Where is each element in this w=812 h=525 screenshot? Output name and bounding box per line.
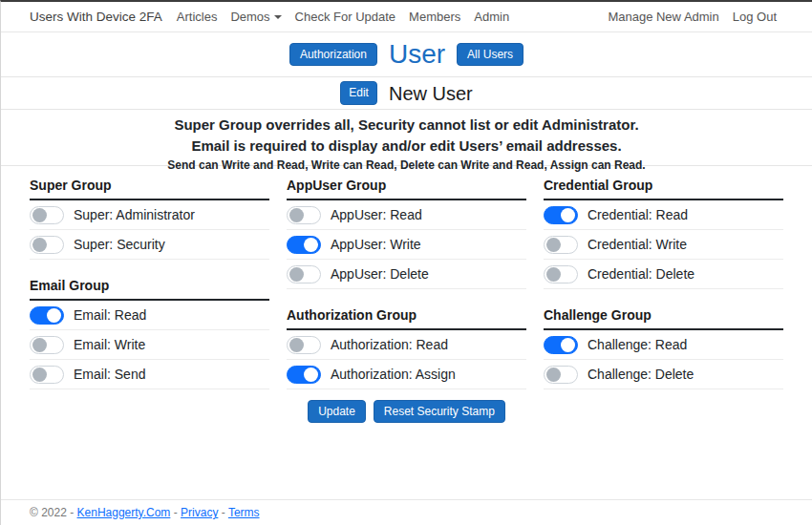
permission-label[interactable]: Credential: Write [588,237,687,252]
all-users-button[interactable]: All Users [457,43,524,66]
toggle-switch[interactable] [287,366,321,384]
permission-row: Challenge: Delete [544,360,783,389]
toggle-knob [32,338,47,352]
permission-label[interactable]: AppUser: Write [331,237,421,252]
toggle-knob [289,338,304,352]
nav-links: Articles Demos Check For Update Members … [170,10,516,24]
note-line-1: Super Group overrides all, Security cann… [1,116,812,133]
group-title: Authorization Group [287,303,526,330]
toggle-knob [561,338,575,352]
permission-label[interactable]: Challenge: Delete [588,367,694,382]
permission-column: AppUser GroupAppUser: ReadAppUser: Write… [287,173,526,389]
permission-label[interactable]: Email: Write [74,337,145,352]
permission-label[interactable]: Authorization: Read [331,337,448,352]
user-header-row: Authorization User All Users [1,32,812,76]
toggle-switch[interactable] [544,206,578,224]
toggle-knob [289,208,304,222]
footer-separator: - [222,506,225,519]
nav-link-demos[interactable]: Demos [224,10,288,24]
permission-group: Super GroupSuper: AdministratorSuper: Se… [30,173,269,260]
group-title: Super Group [30,173,269,200]
group-title: Email Group [30,273,269,301]
nav-right-links: Manage New Admin Log Out [601,10,783,24]
toggle-switch[interactable] [30,206,64,224]
page-title: User [389,41,445,68]
footer-link-terms[interactable]: Terms [228,506,260,519]
permission-row: Email: Send [30,360,269,389]
nav-link-admin[interactable]: Admin [467,10,516,24]
toggle-switch[interactable] [30,366,64,384]
toggle-knob [561,208,575,222]
toggle-switch[interactable] [544,366,578,384]
update-button[interactable]: Update [308,400,366,423]
permission-row: Super: Security [30,230,269,260]
permission-row: Credential: Write [544,230,783,260]
toggle-switch[interactable] [544,265,578,284]
copyright-text: © 2022 - [30,506,74,519]
toggle-switch[interactable] [287,236,321,254]
toggle-knob [289,267,304,282]
group-title: Challenge Group [544,303,783,330]
permission-row: Authorization: Assign [287,360,526,389]
group-title: AppUser Group [287,173,526,200]
toggle-knob [304,368,318,382]
toggle-knob [32,368,47,382]
permission-label[interactable]: Credential: Delete [588,266,694,282]
new-user-header-row: Edit New User [1,77,812,109]
permission-label[interactable]: Email: Read [74,307,146,323]
nav-link-members[interactable]: Members [402,10,467,24]
toggle-knob [546,267,561,282]
toggle-switch[interactable] [30,336,64,354]
actions-row: Update Reset Security Stamp [1,389,812,423]
footer-link-kenhaggerty[interactable]: KenHaggerty.Com [77,506,171,519]
permission-group: Email GroupEmail: ReadEmail: WriteEmail:… [30,273,269,389]
authorization-button[interactable]: Authorization [289,43,377,66]
permission-label[interactable]: Super: Security [74,237,165,252]
toggle-switch[interactable] [287,265,321,284]
chevron-down-icon [274,15,282,19]
page-subtitle: New User [389,84,473,103]
notes-section: Super Group overrides all, Security cann… [1,110,812,165]
permission-label[interactable]: Challenge: Read [588,337,687,352]
toggle-knob [546,368,561,382]
nav-link-demos-label: Demos [230,10,269,24]
toggle-switch[interactable] [287,206,321,224]
toggle-switch[interactable] [544,336,578,354]
nav-link-articles[interactable]: Articles [170,10,224,24]
permission-label[interactable]: Credential: Read [588,207,688,222]
permission-label[interactable]: Email: Send [74,367,145,382]
permission-row: Email: Read [30,301,269,330]
permission-row: AppUser: Write [287,230,526,260]
toggle-knob [304,238,318,252]
toggle-knob [32,238,47,252]
permission-row: Email: Write [30,330,269,360]
permission-label[interactable]: AppUser: Delete [331,266,429,282]
permission-group: Credential GroupCredential: ReadCredenti… [544,173,783,289]
permission-group: Challenge GroupChallenge: ReadChallenge:… [544,303,783,389]
permission-column: Super GroupSuper: AdministratorSuper: Se… [30,173,269,389]
footer-link-privacy[interactable]: Privacy [181,506,218,519]
toggle-switch[interactable] [30,306,64,325]
footer: © 2022 - KenHaggerty.Com - Privacy - Ter… [1,499,812,525]
permission-column: Credential GroupCredential: ReadCredenti… [544,173,783,389]
reset-security-stamp-button[interactable]: Reset Security Stamp [374,400,505,423]
permission-row: Credential: Delete [544,260,783,289]
footer-separator: - [174,506,178,519]
toggle-switch[interactable] [544,236,578,254]
navbar: Users With Device 2FA Articles Demos Che… [1,2,812,32]
permission-row: AppUser: Delete [287,260,526,289]
nav-link-check-for-update[interactable]: Check For Update [288,10,403,24]
nav-link-log-out[interactable]: Log Out [726,10,783,24]
edit-button[interactable]: Edit [340,81,377,104]
toggle-knob [47,308,61,323]
permission-row: AppUser: Read [287,200,526,230]
nav-link-manage-new-admin[interactable]: Manage New Admin [601,10,725,24]
permission-label[interactable]: Authorization: Assign [331,367,456,382]
permission-label[interactable]: AppUser: Read [331,207,422,222]
brand-link[interactable]: Users With Device 2FA [30,10,162,24]
permission-row: Authorization: Read [287,330,526,360]
toggle-switch[interactable] [287,336,321,354]
permission-group: Authorization GroupAuthorization: ReadAu… [287,303,526,389]
permission-label[interactable]: Super: Administrator [74,207,195,222]
toggle-switch[interactable] [30,236,64,254]
